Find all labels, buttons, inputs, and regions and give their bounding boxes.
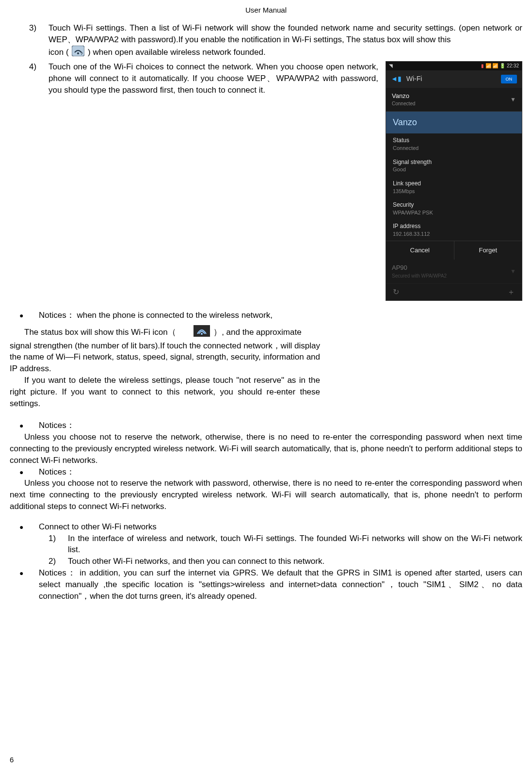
phone-status-bar: ◥ ▮ 📶 📶 🔋 22:32 [386, 62, 522, 70]
wifi-network-item[interactable]: AP90 Secured with WPA/WPA2 ▼ [386, 260, 522, 283]
page-header: User Manual [10, 5, 522, 15]
notice-label: Notices： [39, 311, 75, 320]
bullet-icon: ● [19, 420, 39, 431]
body-paragraph: Unless you choose not to reserve the net… [10, 477, 522, 512]
bullet-icon: ● [19, 310, 39, 321]
list-number: 3) [29, 22, 48, 46]
body-text: ）, and the approximate [213, 328, 301, 337]
dialog-row-status: Status Connected [386, 133, 522, 155]
wifi-signal-icon: ▼ [510, 96, 516, 104]
dialog-row-speed: Link speed 135Mbps [386, 177, 522, 198]
body-paragraph: If you want to delete the wireless setti… [10, 375, 320, 409]
dialog-row-signal: Signal strength Good [386, 155, 522, 177]
list-item-3: 3) Touch Wi-Fi settings. Then a list of … [29, 22, 522, 46]
field-label: Security [393, 201, 515, 209]
field-value: WPA/WPA2 PSK [393, 209, 515, 216]
notice-bullet: ● Notices： [19, 466, 522, 478]
wifi-network-item[interactable]: Vanzo Connected ▼ [386, 88, 522, 112]
list-number: 4) [29, 61, 48, 301]
notice-label: Notices： [39, 568, 77, 577]
list-item-4: 4) ◥ ▮ 📶 📶 🔋 22:32 ◄▮ Wi-Fi ON [29, 61, 522, 301]
status-left-icon: ◥ [389, 63, 393, 69]
svg-point-4 [201, 333, 203, 335]
field-label: Status [393, 136, 515, 145]
list-item-3-cont: icon ( ? ) when open available wireless … [48, 46, 522, 60]
notice-label: Notices： [39, 466, 75, 478]
wifi-on-toggle[interactable]: ON [501, 75, 517, 84]
status-time: 22:32 [507, 63, 519, 68]
field-label: Link speed [393, 180, 515, 188]
wifi-connected-icon [179, 325, 210, 340]
field-label: Signal strength [393, 158, 515, 166]
body-paragraph: Unless you choose not to reserve the net… [10, 431, 522, 466]
notice-label: Notices： [39, 420, 75, 431]
refresh-icon[interactable]: ↻ [393, 287, 399, 297]
field-label: IP address [393, 222, 515, 230]
network-status: Secured with WPA/WPA2 [392, 273, 447, 279]
svg-text:?: ? [81, 51, 83, 56]
body-text: Touch one of the Wi-Fi choices to connec… [48, 62, 378, 95]
field-value: 135Mbps [393, 188, 515, 195]
list-number: 2) [48, 556, 68, 567]
forget-button[interactable]: Forget [454, 241, 522, 260]
phone-screenshot: ◥ ▮ 📶 📶 🔋 22:32 ◄▮ Wi-Fi ON Vanzo Connec… [386, 61, 522, 301]
field-value: 192.168.33.112 [393, 230, 515, 238]
network-name: AP90 [392, 263, 447, 272]
body-text: Touch Wi-Fi settings. Then a list of Wi-… [48, 23, 522, 44]
network-name: Vanzo [392, 92, 415, 100]
dialog-row-security: Security WPA/WPA2 PSK [386, 198, 522, 219]
dialog-title: Vanzo [386, 112, 522, 133]
connect-other-bullet: ● Connect to other Wi-Fi networks [19, 521, 522, 533]
body-text: in addition, you can surf the internet v… [39, 568, 522, 601]
wifi-available-icon: ? [72, 46, 84, 60]
wifi-signal-icon: ▼ [510, 267, 516, 276]
signal-icon: ▮ [481, 63, 485, 68]
body-text: Touch other Wi-Fi networks, and then you… [68, 556, 522, 567]
bullet-icon: ● [19, 521, 39, 533]
signal-icon: 📶 📶 🔋 [485, 63, 507, 68]
add-icon[interactable]: ＋ [507, 287, 515, 297]
notice-bullet: ● Notices： [19, 420, 522, 431]
notice-bullet: ● Notices： in addition, you can surf the… [19, 567, 522, 602]
section-label: Connect to other Wi-Fi networks [39, 521, 157, 533]
notice-bullet: ● Notices： when the phone is connected t… [19, 310, 320, 321]
sub-list-item-1: 1) In the interface of wireless and netw… [48, 533, 522, 556]
list-number: 1) [48, 533, 68, 556]
body-text: when the phone is connected to the wirel… [77, 311, 273, 320]
body-paragraph: The status box will show this Wi-Fi icon… [10, 325, 320, 340]
body-text: In the interface of wireless and network… [68, 533, 522, 556]
cancel-button[interactable]: Cancel [386, 241, 454, 260]
field-value: Good [393, 166, 515, 173]
body-paragraph: signal strengthen (the number of lit bar… [10, 340, 320, 375]
bullet-icon: ● [19, 466, 39, 478]
dialog-row-ip: IP address 192.168.33.112 [386, 219, 522, 241]
body-text: icon ( [48, 47, 69, 56]
field-value: Connected [393, 145, 515, 152]
bottom-actions: ↻ ＋ [386, 284, 522, 300]
wifi-screen-header: ◄▮ Wi-Fi ON [386, 70, 522, 88]
svg-point-1 [77, 52, 79, 54]
network-status: Connected [392, 100, 415, 107]
sub-list-item-2: 2) Touch other Wi-Fi networks, and then … [48, 556, 522, 567]
body-text: The status box will show this Wi-Fi icon… [24, 328, 176, 337]
wifi-title: Wi-Fi [406, 75, 422, 82]
body-text: ) when open available wireless network f… [88, 47, 266, 56]
back-icon: ◄▮ [391, 75, 402, 82]
bullet-icon: ● [19, 567, 39, 602]
